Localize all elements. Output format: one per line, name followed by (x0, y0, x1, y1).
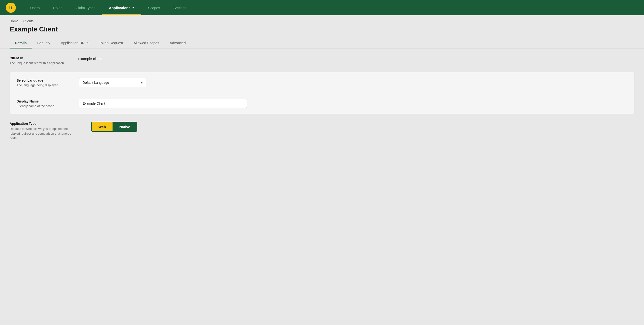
tab-security[interactable]: Security (32, 38, 56, 48)
application-type-title: Application Type (10, 122, 77, 126)
language-label-title: Select Language (16, 78, 69, 82)
breadcrumb-home[interactable]: Home (10, 19, 18, 23)
tab-advanced[interactable]: Advanced (164, 38, 191, 48)
application-type-label: Application Type Defaults to Web, allows… (10, 122, 77, 141)
client-id-value: example-client (78, 56, 102, 61)
page-header: Home / Clients Example Client (0, 15, 644, 33)
application-type-section: Application Type Defaults to Web, allows… (10, 122, 634, 141)
navbar: u Users Roles Claim Types Applications ▼… (0, 0, 644, 15)
breadcrumb-current[interactable]: Clients (23, 19, 34, 23)
display-name-label-title: Display Name (16, 99, 69, 103)
client-id-label: Client ID The unique identifier for this… (10, 56, 64, 65)
toggle-native-button[interactable]: Native (112, 122, 137, 131)
display-name-input[interactable] (79, 99, 247, 108)
logo-letter: u (9, 4, 12, 11)
breadcrumb: Home / Clients (10, 19, 634, 23)
display-name-label-desc: Friendly name of the scope (16, 104, 69, 108)
nav-item-roles[interactable]: Roles (46, 0, 69, 15)
page-title: Example Client (10, 26, 634, 33)
language-select-wrapper: Default Language English Spanish French … (79, 78, 146, 87)
language-label-desc: The language being displayed (16, 83, 69, 87)
tabs-bar: Details Security Application URLs Token … (0, 38, 644, 48)
language-select[interactable]: Default Language English Spanish French (79, 78, 146, 87)
display-name-field: Display Name Friendly name of the scope (16, 93, 628, 108)
language-input-area: Default Language English Spanish French … (79, 78, 628, 87)
tab-application-urls[interactable]: Application URLs (56, 38, 94, 48)
client-id-description: The unique identifier for this applicati… (10, 61, 64, 65)
breadcrumb-separator: / (20, 19, 21, 23)
nav-item-settings[interactable]: Settings (167, 0, 193, 15)
nav-item-users[interactable]: Users (24, 0, 46, 15)
app-logo[interactable]: u (6, 3, 16, 13)
client-id-title: Client ID (10, 56, 64, 60)
application-type-toggle: Web Native (91, 122, 137, 132)
application-type-desc: Defaults to Web, allows you to opt into … (10, 126, 77, 141)
nav-item-applications[interactable]: Applications ▼ (102, 0, 141, 15)
tab-token-request[interactable]: Token Request (94, 38, 128, 48)
client-id-section: Client ID The unique identifier for this… (10, 56, 634, 65)
toggle-web-button[interactable]: Web (92, 122, 112, 131)
nav-item-scopes[interactable]: Scopes (141, 0, 167, 15)
localization-card: Select Language The language being displ… (10, 72, 634, 114)
main-content: Client ID The unique identifier for this… (0, 48, 644, 148)
applications-dropdown-icon: ▼ (132, 6, 134, 9)
language-field: Select Language The language being displ… (16, 78, 628, 87)
display-name-label: Display Name Friendly name of the scope (16, 99, 69, 108)
nav-item-claim-types[interactable]: Claim Types (69, 0, 102, 15)
tab-allowed-scopes[interactable]: Allowed Scopes (128, 38, 164, 48)
nav-items: Users Roles Claim Types Applications ▼ S… (24, 0, 193, 15)
tab-details[interactable]: Details (10, 38, 32, 48)
language-label: Select Language The language being displ… (16, 78, 69, 87)
display-name-input-area (79, 99, 628, 108)
